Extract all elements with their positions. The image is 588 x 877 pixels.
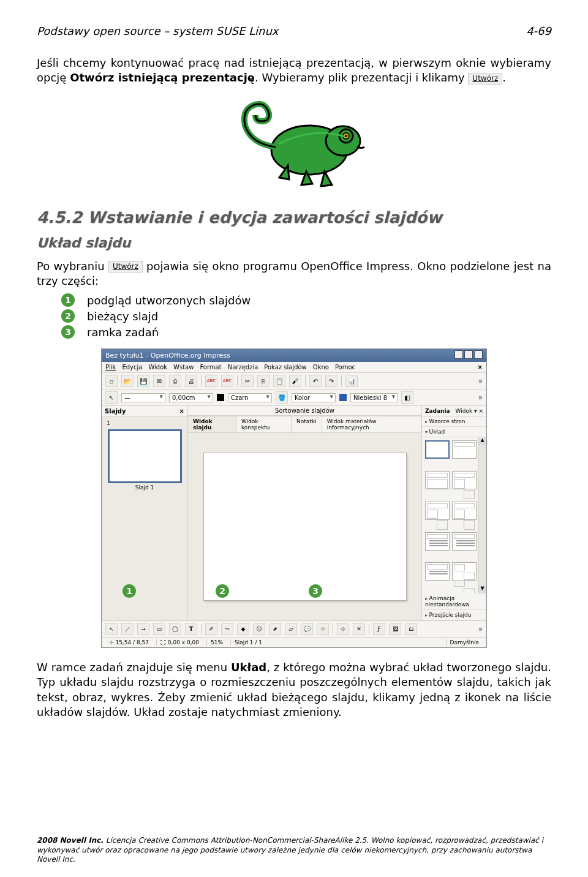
menu-widok[interactable]: Widok	[148, 364, 167, 371]
task-sec-animacja[interactable]: Animacja niestandardowa	[422, 593, 486, 610]
menu-pokaz[interactable]: Pokaz slajdów	[264, 364, 307, 371]
stars-icon[interactable]: ☆	[317, 623, 329, 635]
menu-narzedzia[interactable]: Narzędzia	[228, 364, 258, 371]
print-icon[interactable]: 🖨	[185, 375, 197, 387]
layouts-scrollbar[interactable]: ▲▼	[478, 437, 486, 593]
close-icon[interactable]	[474, 350, 483, 359]
copy-icon[interactable]: ⎘	[257, 375, 270, 387]
undo-icon[interactable]: ↶	[309, 375, 322, 387]
callout-icon[interactable]: 💬	[301, 623, 313, 635]
shadow-icon[interactable]: ◧	[401, 391, 413, 404]
main-toolbar[interactable]: ▫ 📂 💾 ✉ ⎙ 🖨 ABC ABC ✂ ⎘ 📋 🖌 ↶ ↷ 📊 »	[102, 373, 486, 390]
menu-wstaw[interactable]: Wstaw	[173, 364, 194, 371]
sort-header: Sortowanie slajdów	[188, 406, 421, 416]
doc-close-icon[interactable]: ×	[478, 364, 483, 371]
slide-thumbnail-1[interactable]	[108, 429, 182, 483]
menu-bar[interactable]: Plik Edycja Widok Wstaw Format Narzędzia…	[102, 362, 486, 373]
symbol-shapes-icon[interactable]: ☺	[253, 623, 265, 635]
fontwork-icon[interactable]: Ƒ	[373, 623, 385, 635]
line-width-select[interactable]: 0,00cm	[169, 393, 213, 402]
callout-overlay: 1 2 3	[123, 584, 322, 598]
line-color-swatch[interactable]	[217, 394, 224, 401]
glue-icon[interactable]: ✕	[353, 623, 365, 635]
layout-bul3[interactable]	[425, 562, 450, 581]
shapes-icon[interactable]: ◆	[237, 623, 249, 635]
toolbar-overflow-icon[interactable]: »	[478, 377, 483, 385]
task-sec-wzorce[interactable]: Wzorce stron	[422, 416, 486, 427]
layout-title-content[interactable]	[425, 471, 450, 489]
arrow-tool-icon[interactable]: ↖	[105, 391, 118, 404]
minimize-icon[interactable]	[454, 350, 463, 359]
menu-plik[interactable]: Plik	[105, 364, 116, 371]
redo-icon[interactable]: ↷	[325, 375, 337, 387]
menu-pomoc[interactable]: Pomoc	[335, 364, 355, 371]
fill-color-select[interactable]: Niebieski 8	[350, 393, 398, 402]
ellipse-tool-icon[interactable]: ◯	[169, 623, 181, 635]
header-right: 4-69	[526, 24, 551, 37]
layout-two-content[interactable]	[452, 471, 477, 489]
layout-blank[interactable]	[425, 440, 450, 459]
flowchart-icon[interactable]: ▱	[285, 623, 297, 635]
select-tool-icon[interactable]: ↖	[105, 623, 118, 635]
layout-bul1[interactable]	[425, 532, 450, 551]
fill-type-select[interactable]: Kolor	[292, 393, 336, 402]
window-controls[interactable]	[453, 350, 483, 361]
drawbar-overflow-icon[interactable]: »	[478, 625, 483, 633]
mail-icon[interactable]: ✉	[153, 375, 165, 387]
tab-widok-slajdu[interactable]: Widok slajdu	[188, 416, 236, 432]
maximize-icon[interactable]	[464, 350, 473, 359]
tab-materialy[interactable]: Widok materiałów informacyjnych	[322, 416, 421, 432]
text-tool-icon[interactable]: T	[185, 623, 197, 635]
pdf-icon[interactable]: ⎙	[169, 375, 181, 387]
points-icon[interactable]: ⊹	[337, 623, 349, 635]
slide-canvas[interactable]	[203, 453, 407, 601]
save-icon[interactable]: 💾	[137, 375, 149, 387]
brush-icon[interactable]: 🖌	[289, 375, 301, 387]
layout-lr2[interactable]	[452, 502, 477, 520]
window-titlebar[interactable]: Bez tytułu1 - OpenOffice.org Impress	[102, 349, 486, 362]
line-style-select[interactable]: —	[121, 393, 165, 402]
open-icon[interactable]: 📂	[121, 375, 134, 387]
layout-bul2[interactable]	[452, 532, 477, 551]
slides-panel-title: Slajdy	[105, 408, 126, 415]
menu-edycja[interactable]: Edycja	[122, 364, 142, 371]
menu-okno[interactable]: Okno	[313, 364, 329, 371]
paste-icon[interactable]: 📋	[273, 375, 285, 387]
connector-icon[interactable]: ⤳	[221, 623, 233, 635]
slides-panel-close-icon[interactable]: ×	[179, 408, 184, 415]
fill-bucket-icon[interactable]: 🪣	[276, 391, 288, 404]
cut-icon[interactable]: ✂	[241, 375, 254, 387]
block-arrows-icon[interactable]: ⬈	[269, 623, 281, 635]
layout-title[interactable]	[452, 440, 477, 459]
menu-format[interactable]: Format	[200, 364, 221, 371]
create-button-inline-2: Utwórz	[108, 261, 143, 273]
drawing-toolbar[interactable]: ↖ ／ → ▭ ◯ T ✐ ⤳ ◆ ☺ ⬈ ▱ 💬 ☆ ⊹ ✕ Ƒ 🖼	[102, 620, 486, 637]
task-sec-przejscie[interactable]: Przejście slajdu	[422, 610, 486, 620]
view-tabs[interactable]: Widok slajdu Widok konspektu Notatki Wid…	[188, 416, 421, 433]
autospell-icon[interactable]: ABC	[221, 375, 233, 387]
layouts-grid	[422, 437, 478, 593]
spellcheck-icon[interactable]: ABC	[205, 375, 217, 387]
toolbar2-overflow-icon[interactable]: »	[478, 393, 483, 402]
object-toolbar[interactable]: ↖ — 0,00cm Czarn 🪣 Kolor Niebieski 8 ◧ »	[102, 390, 486, 406]
line-color-select[interactable]: Czarn	[228, 393, 272, 402]
status-zoom[interactable]: 51%	[206, 639, 227, 646]
tab-notatki[interactable]: Notatki	[292, 416, 322, 432]
para3-bold: Układ	[231, 661, 266, 674]
arrow-line-icon[interactable]: →	[137, 623, 149, 635]
status-mode: Domyślnie	[446, 639, 483, 646]
rect-tool-icon[interactable]: ▭	[153, 623, 165, 635]
fill-color-swatch[interactable]	[339, 394, 347, 401]
from-file-icon[interactable]: 🖼	[389, 623, 401, 635]
curve-tool-icon[interactable]: ✐	[205, 623, 217, 635]
task-view-link[interactable]: Widok	[456, 408, 473, 414]
layout-grid4[interactable]	[452, 562, 477, 581]
tab-widok-konspektu[interactable]: Widok konspektu	[236, 416, 292, 432]
gallery-icon[interactable]: 🗂	[405, 623, 417, 635]
new-icon[interactable]: ▫	[105, 375, 118, 387]
line-tool-icon[interactable]: ／	[121, 623, 134, 635]
layout-lr1[interactable]	[425, 502, 450, 520]
bullet-2-icon: 2	[61, 309, 75, 323]
chart-icon[interactable]: 📊	[345, 375, 358, 387]
task-sec-uklad[interactable]: Układ	[422, 427, 486, 437]
